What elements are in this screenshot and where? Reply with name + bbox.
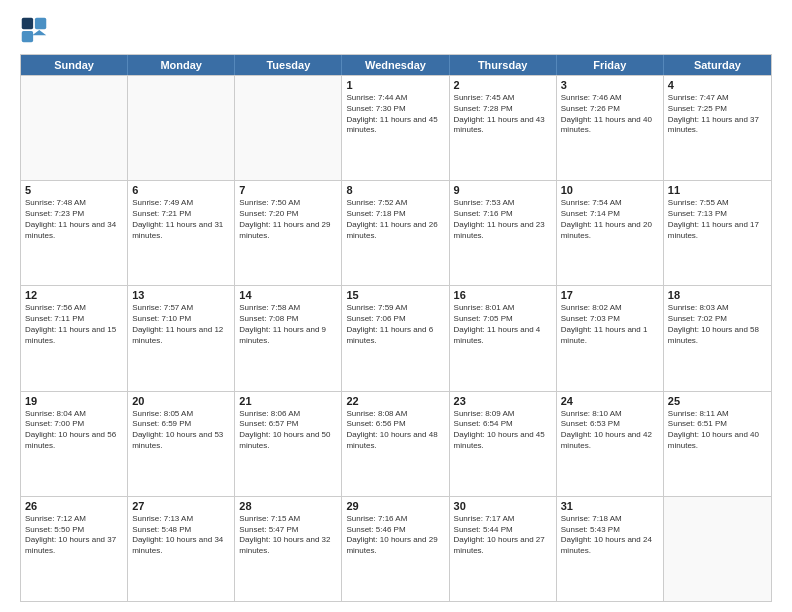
header-day-monday: Monday	[128, 55, 235, 75]
day-info: Sunrise: 7:45 AM Sunset: 7:28 PM Dayligh…	[454, 93, 552, 136]
day-info: Sunrise: 7:55 AM Sunset: 7:13 PM Dayligh…	[668, 198, 767, 241]
day-info: Sunrise: 7:44 AM Sunset: 7:30 PM Dayligh…	[346, 93, 444, 136]
day-number: 16	[454, 289, 552, 301]
day-cell-2: 2Sunrise: 7:45 AM Sunset: 7:28 PM Daylig…	[450, 76, 557, 180]
day-number: 24	[561, 395, 659, 407]
day-info: Sunrise: 7:13 AM Sunset: 5:48 PM Dayligh…	[132, 514, 230, 557]
day-number: 11	[668, 184, 767, 196]
day-cell-16: 16Sunrise: 8:01 AM Sunset: 7:05 PM Dayli…	[450, 286, 557, 390]
day-number: 2	[454, 79, 552, 91]
header-day-thursday: Thursday	[450, 55, 557, 75]
day-info: Sunrise: 7:54 AM Sunset: 7:14 PM Dayligh…	[561, 198, 659, 241]
day-cell-13: 13Sunrise: 7:57 AM Sunset: 7:10 PM Dayli…	[128, 286, 235, 390]
calendar-row-1: 5Sunrise: 7:48 AM Sunset: 7:23 PM Daylig…	[21, 180, 771, 285]
day-number: 30	[454, 500, 552, 512]
day-info: Sunrise: 7:16 AM Sunset: 5:46 PM Dayligh…	[346, 514, 444, 557]
day-info: Sunrise: 7:18 AM Sunset: 5:43 PM Dayligh…	[561, 514, 659, 557]
day-info: Sunrise: 7:50 AM Sunset: 7:20 PM Dayligh…	[239, 198, 337, 241]
day-cell-5: 5Sunrise: 7:48 AM Sunset: 7:23 PM Daylig…	[21, 181, 128, 285]
day-cell-29: 29Sunrise: 7:16 AM Sunset: 5:46 PM Dayli…	[342, 497, 449, 601]
calendar-row-0: 1Sunrise: 7:44 AM Sunset: 7:30 PM Daylig…	[21, 75, 771, 180]
day-cell-3: 3Sunrise: 7:46 AM Sunset: 7:26 PM Daylig…	[557, 76, 664, 180]
calendar: SundayMondayTuesdayWednesdayThursdayFrid…	[20, 54, 772, 602]
day-cell-6: 6Sunrise: 7:49 AM Sunset: 7:21 PM Daylig…	[128, 181, 235, 285]
day-number: 1	[346, 79, 444, 91]
day-number: 12	[25, 289, 123, 301]
day-number: 8	[346, 184, 444, 196]
svg-marker-3	[32, 30, 46, 35]
day-cell-8: 8Sunrise: 7:52 AM Sunset: 7:18 PM Daylig…	[342, 181, 449, 285]
day-cell-24: 24Sunrise: 8:10 AM Sunset: 6:53 PM Dayli…	[557, 392, 664, 496]
header-day-wednesday: Wednesday	[342, 55, 449, 75]
header-day-friday: Friday	[557, 55, 664, 75]
day-info: Sunrise: 7:56 AM Sunset: 7:11 PM Dayligh…	[25, 303, 123, 346]
day-info: Sunrise: 7:12 AM Sunset: 5:50 PM Dayligh…	[25, 514, 123, 557]
day-number: 27	[132, 500, 230, 512]
empty-cell-0-1	[128, 76, 235, 180]
day-cell-11: 11Sunrise: 7:55 AM Sunset: 7:13 PM Dayli…	[664, 181, 771, 285]
day-cell-28: 28Sunrise: 7:15 AM Sunset: 5:47 PM Dayli…	[235, 497, 342, 601]
svg-rect-2	[22, 31, 33, 42]
day-cell-15: 15Sunrise: 7:59 AM Sunset: 7:06 PM Dayli…	[342, 286, 449, 390]
empty-cell-4-6	[664, 497, 771, 601]
calendar-header: SundayMondayTuesdayWednesdayThursdayFrid…	[21, 55, 771, 75]
calendar-row-3: 19Sunrise: 8:04 AM Sunset: 7:00 PM Dayli…	[21, 391, 771, 496]
day-info: Sunrise: 8:05 AM Sunset: 6:59 PM Dayligh…	[132, 409, 230, 452]
day-info: Sunrise: 8:03 AM Sunset: 7:02 PM Dayligh…	[668, 303, 767, 346]
day-info: Sunrise: 7:48 AM Sunset: 7:23 PM Dayligh…	[25, 198, 123, 241]
day-info: Sunrise: 7:46 AM Sunset: 7:26 PM Dayligh…	[561, 93, 659, 136]
day-number: 19	[25, 395, 123, 407]
day-number: 29	[346, 500, 444, 512]
day-number: 13	[132, 289, 230, 301]
day-number: 18	[668, 289, 767, 301]
header-day-saturday: Saturday	[664, 55, 771, 75]
empty-cell-0-2	[235, 76, 342, 180]
day-info: Sunrise: 8:10 AM Sunset: 6:53 PM Dayligh…	[561, 409, 659, 452]
day-info: Sunrise: 7:47 AM Sunset: 7:25 PM Dayligh…	[668, 93, 767, 136]
day-number: 22	[346, 395, 444, 407]
day-number: 15	[346, 289, 444, 301]
day-number: 25	[668, 395, 767, 407]
day-info: Sunrise: 8:08 AM Sunset: 6:56 PM Dayligh…	[346, 409, 444, 452]
day-info: Sunrise: 8:01 AM Sunset: 7:05 PM Dayligh…	[454, 303, 552, 346]
day-info: Sunrise: 7:59 AM Sunset: 7:06 PM Dayligh…	[346, 303, 444, 346]
day-number: 3	[561, 79, 659, 91]
day-number: 31	[561, 500, 659, 512]
day-info: Sunrise: 8:06 AM Sunset: 6:57 PM Dayligh…	[239, 409, 337, 452]
day-number: 6	[132, 184, 230, 196]
day-cell-26: 26Sunrise: 7:12 AM Sunset: 5:50 PM Dayli…	[21, 497, 128, 601]
day-info: Sunrise: 8:04 AM Sunset: 7:00 PM Dayligh…	[25, 409, 123, 452]
day-number: 17	[561, 289, 659, 301]
day-cell-21: 21Sunrise: 8:06 AM Sunset: 6:57 PM Dayli…	[235, 392, 342, 496]
day-info: Sunrise: 7:52 AM Sunset: 7:18 PM Dayligh…	[346, 198, 444, 241]
day-info: Sunrise: 7:49 AM Sunset: 7:21 PM Dayligh…	[132, 198, 230, 241]
day-number: 20	[132, 395, 230, 407]
day-cell-22: 22Sunrise: 8:08 AM Sunset: 6:56 PM Dayli…	[342, 392, 449, 496]
day-number: 9	[454, 184, 552, 196]
day-cell-23: 23Sunrise: 8:09 AM Sunset: 6:54 PM Dayli…	[450, 392, 557, 496]
day-cell-9: 9Sunrise: 7:53 AM Sunset: 7:16 PM Daylig…	[450, 181, 557, 285]
calendar-row-4: 26Sunrise: 7:12 AM Sunset: 5:50 PM Dayli…	[21, 496, 771, 601]
day-info: Sunrise: 7:17 AM Sunset: 5:44 PM Dayligh…	[454, 514, 552, 557]
day-cell-7: 7Sunrise: 7:50 AM Sunset: 7:20 PM Daylig…	[235, 181, 342, 285]
day-info: Sunrise: 8:02 AM Sunset: 7:03 PM Dayligh…	[561, 303, 659, 346]
calendar-row-2: 12Sunrise: 7:56 AM Sunset: 7:11 PM Dayli…	[21, 285, 771, 390]
day-number: 14	[239, 289, 337, 301]
day-cell-19: 19Sunrise: 8:04 AM Sunset: 7:00 PM Dayli…	[21, 392, 128, 496]
day-number: 28	[239, 500, 337, 512]
svg-rect-0	[22, 18, 33, 29]
day-info: Sunrise: 8:09 AM Sunset: 6:54 PM Dayligh…	[454, 409, 552, 452]
day-cell-10: 10Sunrise: 7:54 AM Sunset: 7:14 PM Dayli…	[557, 181, 664, 285]
day-cell-4: 4Sunrise: 7:47 AM Sunset: 7:25 PM Daylig…	[664, 76, 771, 180]
day-info: Sunrise: 7:15 AM Sunset: 5:47 PM Dayligh…	[239, 514, 337, 557]
header-day-sunday: Sunday	[21, 55, 128, 75]
day-number: 5	[25, 184, 123, 196]
empty-cell-0-0	[21, 76, 128, 180]
page: SundayMondayTuesdayWednesdayThursdayFrid…	[0, 0, 792, 612]
day-cell-30: 30Sunrise: 7:17 AM Sunset: 5:44 PM Dayli…	[450, 497, 557, 601]
day-cell-17: 17Sunrise: 8:02 AM Sunset: 7:03 PM Dayli…	[557, 286, 664, 390]
day-cell-12: 12Sunrise: 7:56 AM Sunset: 7:11 PM Dayli…	[21, 286, 128, 390]
day-info: Sunrise: 7:53 AM Sunset: 7:16 PM Dayligh…	[454, 198, 552, 241]
header-day-tuesday: Tuesday	[235, 55, 342, 75]
header	[20, 16, 772, 44]
